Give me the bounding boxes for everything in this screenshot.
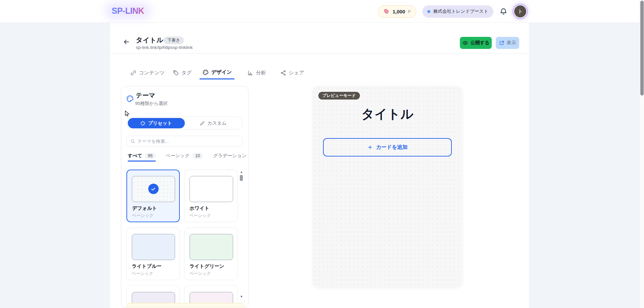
filter-all[interactable]: すべて 95	[128, 153, 156, 162]
filter-basic[interactable]: ベーシック 10	[166, 153, 203, 162]
theme-panel-subtitle: 95種類から選択	[135, 101, 168, 107]
scrollbar-thumb[interactable]	[240, 175, 243, 181]
preview-page-title: タイトル	[313, 106, 462, 123]
theme-card-default[interactable]: デフォルト ベーシック	[126, 170, 180, 222]
top-app-bar: SP-LINK 1,000 P 株式会社トレンドブースト	[0, 0, 644, 23]
theme-category-filters: すべて 95 ベーシック 10 グラデーション	[128, 153, 247, 162]
plus-icon	[367, 144, 373, 150]
draft-status-badge: 下書き	[164, 37, 184, 44]
theme-card-white[interactable]: ホワイト ベーシック	[184, 170, 238, 222]
filter-count: 95	[145, 153, 156, 159]
theme-card[interactable]	[126, 286, 180, 303]
palette-icon	[140, 121, 146, 126]
theme-panel: テーマ 95種類から選択 プリセット カスタム	[121, 86, 249, 308]
theme-category: ベーシック	[190, 271, 237, 276]
arrow-left-icon	[123, 38, 130, 46]
points-badge[interactable]: 1,000 P	[378, 5, 416, 18]
page-title: タイトル	[136, 36, 163, 45]
scrollbar-thumb[interactable]	[640, 1, 644, 96]
theme-swatch	[190, 292, 233, 303]
preset-mode-tab[interactable]: プリセット	[128, 118, 185, 128]
theme-swatch	[132, 292, 175, 303]
check-icon	[148, 184, 159, 194]
external-link-icon	[499, 40, 504, 46]
add-card-label: カードを追加	[376, 144, 408, 151]
tab-contents[interactable]: コンテンツ	[130, 66, 165, 79]
tab-label: 分析	[256, 70, 266, 76]
filter-count: 10	[192, 153, 203, 159]
preview-panel: プレビューモード タイトル カードを追加	[313, 86, 462, 287]
notice-box	[126, 303, 245, 308]
custom-mode-label: カスタム	[207, 120, 226, 126]
view-button[interactable]: 表示	[496, 37, 519, 49]
palette-icon	[202, 69, 209, 76]
bell-icon	[499, 7, 507, 15]
view-label: 表示	[507, 40, 516, 46]
share-icon	[280, 70, 286, 76]
theme-swatch	[190, 176, 233, 202]
company-name: 株式会社トレンドブースト	[433, 8, 488, 14]
page-url: sp-link.link/lp/httpssp-linklink	[136, 45, 193, 50]
theme-card-lightblue[interactable]: ライトブルー ベーシック	[126, 228, 180, 280]
tab-label: デザイン	[211, 69, 232, 75]
theme-card-lightgreen[interactable]: ライトグリーン ベーシック	[184, 228, 238, 280]
points-unit: P	[408, 9, 411, 14]
theme-grid-scrollbar[interactable]: ▲ ▼	[239, 170, 244, 303]
eye-icon	[462, 40, 468, 46]
tab-design[interactable]: デザイン	[200, 66, 234, 79]
publish-button[interactable]: 公開する	[460, 37, 492, 49]
mouse-cursor	[123, 110, 131, 117]
eyedropper-icon	[200, 121, 205, 126]
preview-mode-badge: プレビューモード	[318, 92, 360, 100]
add-card-button[interactable]: カードを追加	[323, 138, 452, 157]
custom-mode-tab[interactable]: カスタム	[185, 118, 242, 128]
tab-share[interactable]: シェア	[280, 66, 304, 79]
status-dot-icon	[427, 10, 430, 13]
user-avatar[interactable]: ト	[514, 5, 527, 18]
theme-swatch	[132, 234, 175, 260]
search-icon	[130, 139, 135, 144]
points-value: 1,000	[392, 9, 405, 14]
theme-name: デフォルト	[132, 205, 179, 211]
theme-category: ベーシック	[132, 213, 179, 219]
tab-label: シェア	[289, 70, 304, 76]
theme-category: ベーシック	[190, 213, 237, 219]
page-scrollbar[interactable]	[639, 0, 644, 308]
tab-label: コンテンツ	[139, 70, 165, 76]
filter-gradation[interactable]: グラデーション	[213, 153, 247, 162]
theme-swatch	[132, 176, 175, 202]
back-button[interactable]	[123, 38, 130, 46]
theme-category: ベーシック	[132, 271, 179, 276]
link-icon	[130, 70, 137, 76]
page-header: タイトル 下書き sp-link.link/lp/httpssp-linklin…	[110, 23, 529, 54]
filter-label: ベーシック	[166, 153, 190, 159]
theme-swatch	[190, 234, 233, 260]
theme-search	[126, 136, 243, 147]
filter-label: すべて	[128, 153, 142, 159]
coins-icon	[383, 8, 390, 15]
tab-label: タグ	[181, 70, 192, 76]
filter-label: グラデーション	[213, 153, 247, 159]
scroll-up-icon[interactable]: ▲	[240, 170, 243, 174]
preset-mode-label: プリセット	[148, 120, 172, 126]
notifications-button[interactable]	[499, 7, 507, 15]
chart-icon	[247, 70, 254, 76]
theme-card[interactable]	[184, 286, 238, 303]
palette-icon	[126, 95, 134, 103]
tab-analytics[interactable]: 分析	[247, 66, 266, 79]
app-logo[interactable]: SP-LINK	[112, 6, 144, 16]
theme-name: ホワイト	[190, 205, 237, 211]
topbar-actions: 1,000 P 株式会社トレンドブースト ト	[378, 0, 527, 23]
company-badge[interactable]: 株式会社トレンドブースト	[422, 5, 493, 18]
tab-tags[interactable]: タグ	[173, 66, 192, 79]
theme-name: ライトブルー	[132, 263, 179, 269]
scroll-down-icon[interactable]: ▼	[240, 295, 243, 298]
theme-mode-toggle: プリセット カスタム	[126, 117, 243, 130]
tag-icon	[173, 70, 179, 76]
avatar-initial: ト	[518, 8, 523, 15]
publish-label: 公開する	[471, 40, 490, 46]
theme-grid: デフォルト ベーシック ホワイト ベーシック ライトブルー ベーシック ライトグ…	[126, 170, 238, 303]
theme-search-input[interactable]	[138, 139, 239, 144]
theme-name: ライトグリーン	[190, 263, 237, 269]
theme-panel-title: テーマ	[136, 91, 155, 100]
